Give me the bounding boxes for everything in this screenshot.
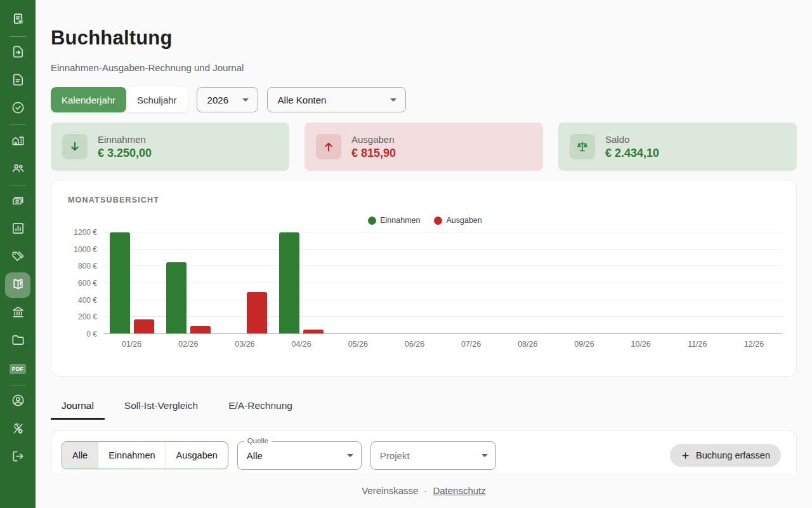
sidebar-divider — [10, 185, 26, 185]
sidebar-item-folder[interactable] — [4, 327, 32, 355]
toggle-kalenderjahr[interactable]: Kalenderjahr — [51, 87, 126, 112]
x-tick-label: 09/26 — [556, 340, 612, 349]
bar-group-11/26 — [669, 232, 726, 334]
add-booking-button[interactable]: Buchung erfassen — [670, 444, 781, 467]
sidebar-item-bank[interactable] — [4, 299, 32, 327]
sidebar-item-file-document[interactable] — [4, 67, 32, 95]
sidebar-item-pdf[interactable]: PDF — [4, 355, 32, 383]
bar-group-04/26 — [273, 232, 330, 334]
legend-dot — [368, 217, 376, 225]
quelle-select-label: Quelle — [244, 437, 272, 444]
sidebar-item-school-building[interactable] — [4, 127, 32, 155]
sidebar-item-payments[interactable] — [4, 187, 32, 215]
account-select-value: Alle Konten — [278, 95, 327, 105]
file-export-icon — [11, 44, 25, 62]
app-logo[interactable] — [4, 6, 32, 34]
sidebar-divider — [10, 124, 26, 125]
footer: Vereinskasse · Datenschutz — [36, 473, 812, 508]
x-tick-label: 11/26 — [669, 340, 726, 349]
tab-ea-rechnung[interactable]: E/A-Rechnung — [218, 393, 303, 420]
footer-brand: Vereinskasse — [362, 485, 418, 496]
book-open-icon — [11, 277, 25, 294]
sidebar-item-account[interactable] — [4, 387, 32, 415]
type-segmented-control: Alle Einnahmen Ausgaben — [62, 441, 228, 469]
sidebar-item-bar-chart[interactable] — [4, 215, 32, 243]
segment-alle[interactable]: Alle — [62, 442, 98, 469]
y-tick-label: 400 € — [78, 296, 97, 305]
bar-group-12/26 — [726, 232, 782, 334]
plot-area — [103, 232, 782, 334]
theme-auto-icon — [11, 421, 25, 438]
chart-title: MONATSÜBERSICHT — [68, 196, 782, 204]
account-select[interactable]: Alle Konten — [267, 87, 406, 112]
x-tick-label: 04/26 — [273, 340, 330, 349]
x-tick-label: 08/26 — [499, 340, 556, 349]
school-building-icon — [11, 133, 25, 150]
tags-icon — [11, 249, 25, 266]
sidebar-item-check-circle[interactable] — [4, 95, 32, 123]
quelle-select-value: Alle — [247, 450, 263, 461]
bar-ausgaben-01/26 — [134, 319, 154, 334]
segment-einnahmen[interactable]: Einnahmen — [98, 442, 165, 469]
footer-separator: · — [424, 485, 427, 496]
chevron-down-icon — [481, 454, 488, 457]
y-tick-label: 0 € — [86, 330, 97, 338]
bar-group-02/26 — [160, 232, 216, 334]
card-label: Ausgaben — [351, 134, 396, 145]
tab-soll-ist-vergleich[interactable]: Soll-Ist-Vergleich — [114, 393, 209, 420]
x-axis: 01/2602/2603/2604/2605/2606/2607/2608/26… — [103, 340, 782, 349]
toggle-schuljahr[interactable]: Schuljahr — [126, 87, 188, 112]
y-tick-label: 1000 € — [74, 245, 97, 254]
x-tick-label: 10/26 — [613, 340, 669, 349]
bar-group-10/26 — [613, 232, 669, 334]
y-tick-label: 200 € — [78, 312, 97, 321]
sidebar-item-tags[interactable] — [4, 243, 32, 271]
privacy-link[interactable]: Datenschutz — [433, 485, 485, 496]
chart-plot: 0 €200 €400 €600 €800 €1000 €1200 € — [68, 232, 782, 334]
segment-ausgaben[interactable]: Ausgaben — [166, 442, 228, 469]
bars-row — [103, 232, 782, 334]
bar-einnahmen-04/26 — [279, 232, 299, 334]
card-ausgaben: Ausgaben € 815,90 — [304, 123, 543, 171]
legend-item: Ausgaben — [434, 216, 481, 225]
bar-einnahmen-02/26 — [166, 262, 187, 334]
x-tick-label: 02/26 — [160, 340, 216, 349]
sidebar: PDF — [0, 0, 36, 508]
bar-group-01/26 — [103, 232, 160, 334]
add-booking-label: Buchung erfassen — [696, 450, 770, 460]
pdf-icon: PDF — [10, 364, 27, 374]
legend-item: Einnahmen — [368, 216, 420, 225]
card-einnahmen: Einnahmen € 3.250,00 — [51, 123, 289, 171]
y-axis: 0 €200 €400 €600 €800 €1000 €1200 € — [68, 232, 103, 334]
account-circle-icon — [11, 393, 25, 410]
chevron-down-icon — [242, 98, 249, 102]
sidebar-item-buchhaltung[interactable] — [4, 271, 32, 299]
tab-journal[interactable]: Journal — [51, 393, 105, 420]
bar-ausgaben-03/26 — [247, 292, 267, 334]
bar-group-06/26 — [386, 232, 443, 334]
sidebar-item-theme-toggle[interactable] — [4, 415, 32, 443]
x-tick-label: 07/26 — [443, 340, 499, 349]
card-saldo: Saldo € 2.434,10 — [558, 123, 797, 171]
card-value: € 3.250,00 — [98, 147, 152, 160]
plus-icon — [681, 451, 690, 460]
sidebar-divider — [10, 36, 26, 37]
detail-tabs: Journal Soll-Ist-Vergleich E/A-Rechnung — [51, 393, 797, 420]
chevron-down-icon — [347, 454, 353, 457]
quelle-select[interactable]: Quelle Alle — [237, 441, 362, 470]
file-document-icon — [11, 72, 25, 90]
x-tick-label: 01/26 — [103, 340, 160, 349]
chart-legend: EinnahmenAusgaben — [68, 216, 782, 225]
x-tick-label: 03/26 — [216, 340, 273, 349]
sidebar-item-file-export[interactable] — [4, 39, 32, 67]
projekt-select-placeholder: Projekt — [380, 450, 410, 461]
legend-dot — [434, 217, 442, 225]
projekt-select[interactable]: Projekt — [370, 441, 496, 470]
sidebar-item-users[interactable] — [4, 155, 32, 183]
year-select[interactable]: 2026 — [197, 87, 258, 112]
sidebar-item-logout[interactable] — [4, 443, 32, 471]
logo-document-check-icon — [11, 12, 25, 29]
bar-group-09/26 — [556, 232, 612, 334]
scales-icon — [570, 134, 595, 159]
main-content: Buchhaltung Einnahmen-Ausgaben-Rechnung … — [36, 0, 812, 507]
